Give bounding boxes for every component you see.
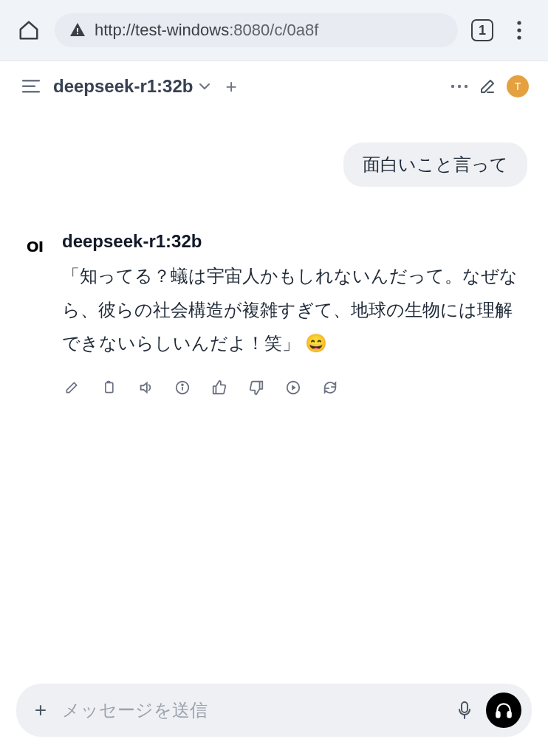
voice-mode-button[interactable] <box>486 693 521 728</box>
chevron-down-icon <box>199 83 210 90</box>
user-message: 面白いこと言って <box>21 142 527 187</box>
model-selector[interactable]: deepseek-r1:32b <box>53 76 210 97</box>
svg-rect-19 <box>507 712 510 718</box>
menu-icon[interactable] <box>19 75 43 98</box>
copy-icon[interactable] <box>99 378 118 397</box>
message-actions <box>62 378 527 397</box>
url-bar[interactable]: http://test-windows:8080/c/0a8f <box>55 13 458 47</box>
svg-point-8 <box>451 85 454 88</box>
svg-rect-11 <box>106 382 113 392</box>
assistant-name: deepseek-r1:32b <box>62 231 527 252</box>
thumbs-down-icon[interactable] <box>247 378 266 397</box>
assistant-message: OI deepseek-r1:32b 「知ってる？蟻は宇宙人かもしれないんだって… <box>21 231 527 397</box>
svg-rect-1 <box>77 33 78 35</box>
user-avatar[interactable]: T <box>507 75 529 97</box>
new-chat-button[interactable]: + <box>221 75 241 98</box>
svg-point-2 <box>517 21 521 24</box>
edit-message-icon[interactable] <box>62 378 81 397</box>
svg-rect-5 <box>22 80 40 82</box>
composer: + <box>0 670 548 756</box>
info-icon[interactable] <box>173 378 192 397</box>
svg-rect-6 <box>22 86 35 88</box>
message-input[interactable] <box>62 700 443 721</box>
tab-switcher-button[interactable]: 1 <box>471 19 493 41</box>
url-text: http://test-windows:8080/c/0a8f <box>95 21 318 40</box>
assistant-message-text[interactable]: 「知ってる？蟻は宇宙人かもしれないんだって。なぜなら、彼らの社会構造が複雑すぎて… <box>62 259 527 360</box>
browser-menu-icon[interactable] <box>507 21 532 40</box>
svg-point-14 <box>182 384 183 385</box>
assistant-message-body: deepseek-r1:32b 「知ってる？蟻は宇宙人かもしれないんだって。なぜ… <box>62 231 527 397</box>
composer-pill: + <box>16 684 532 737</box>
svg-rect-18 <box>496 712 499 718</box>
thumbs-up-icon[interactable] <box>210 378 229 397</box>
home-icon[interactable] <box>16 18 41 43</box>
svg-point-9 <box>458 85 461 88</box>
svg-rect-16 <box>462 702 467 712</box>
svg-rect-0 <box>77 28 78 32</box>
more-options-icon[interactable] <box>451 84 468 89</box>
attach-button[interactable]: + <box>30 698 52 722</box>
svg-point-4 <box>517 35 521 39</box>
app-header: deepseek-r1:32b + T <box>0 61 548 106</box>
edit-icon[interactable] <box>479 78 496 95</box>
continue-icon[interactable] <box>284 378 303 397</box>
speaker-icon[interactable] <box>136 378 155 397</box>
regenerate-icon[interactable] <box>321 378 340 397</box>
insecure-warning-icon <box>68 21 87 40</box>
browser-toolbar: http://test-windows:8080/c/0a8f 1 <box>0 0 548 61</box>
svg-rect-7 <box>22 91 40 93</box>
svg-point-10 <box>465 85 467 88</box>
user-message-bubble[interactable]: 面白いこと言って <box>343 142 527 187</box>
mic-icon[interactable] <box>453 701 476 720</box>
model-name: deepseek-r1:32b <box>53 76 193 97</box>
svg-point-3 <box>517 28 521 32</box>
chat-area: 面白いこと言って OI deepseek-r1:32b 「知ってる？蟻は宇宙人か… <box>0 106 548 656</box>
assistant-avatar: OI <box>21 233 49 261</box>
